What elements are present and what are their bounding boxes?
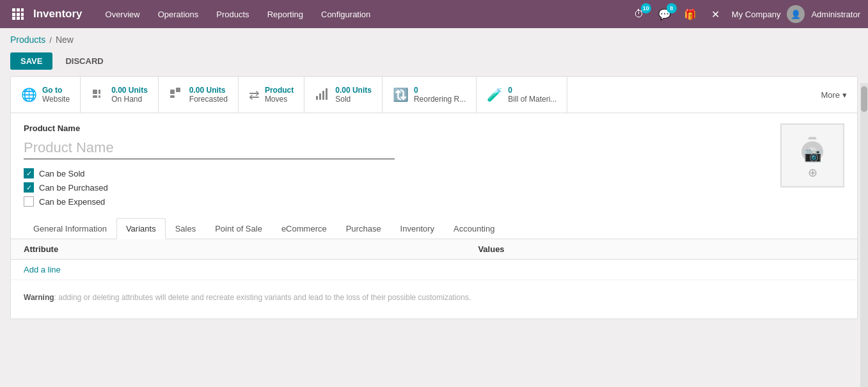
messages-icon[interactable]: 💬 8 (655, 4, 674, 24)
add-line-button[interactable]: Add a line (11, 260, 857, 280)
breadcrumb-parent[interactable]: Products (10, 35, 45, 45)
checkboxes: ✓ Can be Sold ✓ Can be Purchased Can be … (24, 168, 768, 207)
bom-label: Bill of Materi... (508, 95, 556, 104)
svg-rect-10 (99, 90, 100, 94)
can-be-purchased-label[interactable]: Can be Purchased (39, 183, 108, 193)
navbar: Inventory Overview Operations Products R… (0, 0, 868, 28)
svg-rect-15 (170, 95, 175, 98)
breadcrumb: Products / New (0, 28, 868, 49)
col-attribute: Attribute (11, 239, 465, 260)
grid-icon[interactable] (8, 4, 28, 24)
smart-btn-bom[interactable]: 🧪 0 Bill of Materi... (477, 77, 567, 113)
save-button[interactable]: SAVE (10, 52, 52, 70)
activity-badge: 10 (641, 3, 651, 13)
discard-button[interactable]: DISCARD (58, 52, 111, 70)
variants-tab-content: Attribute Values Add a line Warning: add… (11, 239, 857, 308)
gift-icon[interactable]: 🎁 (681, 4, 700, 24)
col-values: Values (465, 239, 857, 260)
can-be-purchased-checkbox[interactable]: ✓ (24, 182, 34, 193)
smart-btn-moves[interactable]: ⇄ Product Moves (239, 77, 304, 113)
smart-btn-on-hand[interactable]: 0.00 Units On Hand (81, 77, 159, 113)
product-name-label: Product Name (24, 123, 844, 133)
app-brand: Inventory (33, 8, 83, 20)
smart-btn-website[interactable]: 🌐 Go to Website (11, 77, 81, 113)
warning-bold: Warning (24, 293, 54, 302)
tabs-bar: General Information Variants Sales Point… (11, 218, 857, 239)
product-name-section: 📷 ⊕ Product Name ✓ Can be Sold ✓ Can (24, 123, 844, 207)
moves-value: Product (265, 86, 294, 95)
checkmark-icon: ✓ (26, 170, 32, 178)
scrollbar[interactable] (860, 83, 868, 329)
website-value: Go to (42, 86, 70, 95)
tab-inventory[interactable]: Inventory (391, 218, 444, 239)
sold-icon (315, 87, 330, 103)
product-image-upload[interactable]: 📷 ⊕ (780, 123, 844, 187)
navbar-right: ⏱ 10 💬 8 🎁 ✕ My Company 👤 Administrator (629, 4, 860, 24)
menu-configuration[interactable]: Configuration (313, 6, 378, 23)
sold-label: Sold (335, 95, 372, 104)
website-label: Website (42, 95, 70, 104)
svg-rect-17 (319, 93, 321, 100)
company-name[interactable]: My Company (732, 10, 781, 19)
svg-rect-14 (176, 88, 180, 92)
activity-icon[interactable]: ⏱ 10 (629, 4, 649, 24)
can-be-sold-row: ✓ Can be Sold (24, 168, 768, 178)
svg-rect-5 (21, 13, 24, 16)
menu-operations[interactable]: Operations (150, 6, 207, 23)
svg-rect-6 (12, 17, 15, 20)
can-be-sold-label[interactable]: Can be Sold (39, 169, 85, 178)
checkmark-icon2: ✓ (26, 184, 32, 192)
smart-btn-forecasted[interactable]: 0.00 Units Forecasted (159, 77, 239, 113)
tab-pos[interactable]: Point of Sale (205, 218, 272, 239)
smart-btn-sold[interactable]: 0.00 Units Sold (304, 77, 383, 113)
on-hand-value: 0.00 Units (111, 86, 148, 95)
moves-icon: ⇄ (249, 87, 260, 102)
navbar-menu: Overview Operations Products Reporting C… (98, 6, 629, 23)
product-name-input[interactable] (24, 137, 395, 159)
tab-purchase[interactable]: Purchase (336, 218, 391, 239)
svg-rect-4 (17, 13, 20, 16)
tab-sales[interactable]: Sales (166, 218, 206, 239)
moves-label: Moves (265, 95, 294, 104)
scrollbar-thumb[interactable] (861, 86, 867, 112)
can-be-expensed-label[interactable]: Can be Expensed (39, 197, 105, 207)
svg-rect-12 (99, 95, 100, 98)
svg-rect-19 (326, 88, 327, 100)
reordering-value: 0 (414, 86, 466, 95)
form-area: 📷 ⊕ Product Name ✓ Can be Sold ✓ Can (11, 113, 857, 319)
svg-rect-13 (170, 90, 175, 94)
tab-variants[interactable]: Variants (116, 218, 166, 239)
main-content: 🌐 Go to Website 0.00 Units On Hand 0.00 … (10, 76, 858, 319)
smart-btn-reordering[interactable]: 🔃 0 Reordering R... (383, 77, 477, 113)
svg-rect-8 (21, 17, 24, 20)
tab-ecommerce[interactable]: eCommerce (272, 218, 336, 239)
on-hand-label: On Hand (111, 95, 148, 104)
table-row-empty: Add a line (11, 260, 857, 280)
on-hand-icon (91, 86, 106, 104)
bom-value: 0 (508, 86, 556, 95)
reordering-icon: 🔃 (393, 87, 409, 102)
can-be-purchased-row: ✓ Can be Purchased (24, 182, 768, 193)
forecasted-icon (169, 86, 184, 104)
svg-rect-1 (17, 8, 20, 12)
messages-badge: 8 (667, 3, 677, 13)
can-be-expensed-checkbox[interactable] (24, 196, 34, 207)
variants-table: Attribute Values Add a line (11, 239, 857, 280)
forecasted-label: Forecasted (189, 95, 228, 104)
user-name[interactable]: Administrator (811, 10, 860, 19)
svg-rect-7 (17, 17, 20, 20)
warning-message: : adding or deleting attributes will del… (54, 293, 471, 302)
more-button[interactable]: More ▾ (810, 77, 857, 113)
avatar[interactable]: 👤 (787, 5, 805, 23)
svg-rect-18 (322, 91, 324, 100)
menu-reporting[interactable]: Reporting (260, 6, 311, 23)
bom-icon: 🧪 (487, 87, 503, 102)
more-chevron-icon: ▾ (842, 90, 847, 100)
menu-overview[interactable]: Overview (98, 6, 148, 23)
menu-products[interactable]: Products (209, 6, 256, 23)
can-be-sold-checkbox[interactable]: ✓ (24, 168, 34, 178)
tab-general[interactable]: General Information (24, 218, 116, 239)
tab-accounting[interactable]: Accounting (444, 218, 504, 239)
close-icon[interactable]: ✕ (706, 4, 725, 24)
svg-rect-3 (12, 13, 15, 16)
